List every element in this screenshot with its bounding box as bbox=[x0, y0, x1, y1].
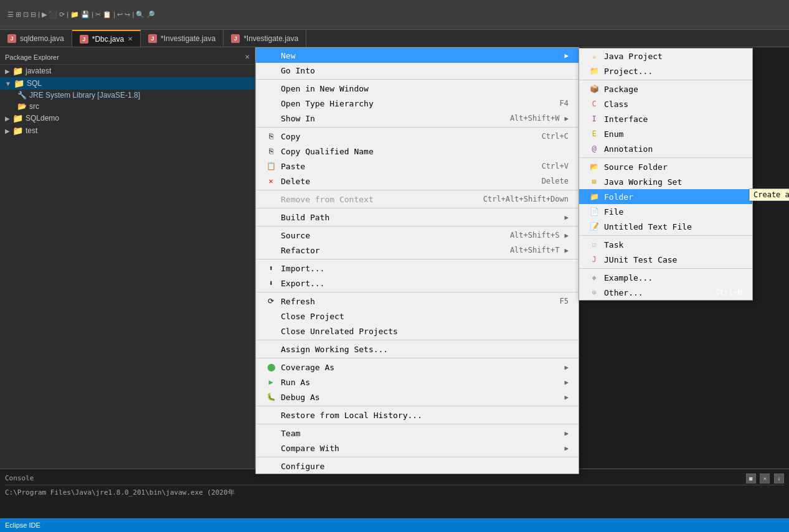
source-left: Source bbox=[266, 230, 310, 240]
submenu-item-sfolder[interactable]: 📂 Source Folder bbox=[579, 159, 752, 174]
tab-investigate2[interactable]: J *Investigate.java bbox=[224, 30, 306, 47]
menu-item-openwindow[interactable]: Open in New Window bbox=[256, 81, 579, 96]
submenu-item-javaproject[interactable]: ☕ Java Project bbox=[579, 49, 752, 63]
submenu-sep-2 bbox=[579, 157, 752, 158]
wset-icon: ⊞ bbox=[589, 177, 599, 187]
submenu-item-interface[interactable]: I Interface bbox=[579, 111, 752, 126]
submenu-item-file[interactable]: 📄 File bbox=[579, 204, 752, 219]
submenu-label-other: Other... bbox=[604, 288, 643, 297]
source-arrow: ▶ bbox=[564, 231, 569, 240]
submenu-item-example[interactable]: ◆ Example... bbox=[579, 270, 752, 285]
submenu-item-project[interactable]: 📁 Project... bbox=[579, 63, 752, 78]
menu-label-team: Team bbox=[281, 429, 300, 438]
submenu-item-class[interactable]: C Class bbox=[579, 96, 752, 111]
menu-item-team[interactable]: Team ▶ bbox=[256, 426, 579, 441]
tree-item-jre[interactable]: 🔧 JRE System Library [JavaSE-1.8] bbox=[0, 90, 255, 101]
submenu-label-enum: Enum bbox=[604, 129, 623, 139]
submenu-label-class: Class bbox=[604, 100, 628, 109]
tree-item-javatest[interactable]: ▶ 📁 javatest bbox=[0, 65, 255, 77]
submenu-sfolder-left: 📂 Source Folder bbox=[589, 162, 668, 172]
menu-item-new[interactable]: New ▶ ☕ Java Project 📁 Project... bbox=[256, 48, 579, 63]
new-submenu-arrow: ▶ bbox=[564, 52, 569, 60]
submenu-project-left: 📁 Project... bbox=[589, 66, 653, 76]
menu-label-copy: Copy bbox=[281, 132, 300, 141]
tab-investigate1[interactable]: J *Investigate.java bbox=[141, 30, 224, 47]
submenu-item-wset[interactable]: ⊞ Java Working Set bbox=[579, 174, 752, 189]
submenu-item-enum[interactable]: E Enum bbox=[579, 126, 752, 141]
debugas-arrow: ▶ bbox=[564, 393, 569, 401]
editor-area: // Java source code public class Dbc { p… bbox=[255, 47, 789, 532]
menu-item-paste[interactable]: 📋 Paste Ctrl+V bbox=[256, 159, 579, 174]
tree-label-src: src bbox=[29, 102, 39, 111]
menu-item-buildpath[interactable]: Build Path ▶ bbox=[256, 210, 579, 225]
class-icon: C bbox=[589, 99, 599, 109]
menu-label-source: Source bbox=[281, 231, 310, 240]
folder-icon-menu: 📁 bbox=[589, 192, 599, 202]
console-clear-btn[interactable]: ✕ bbox=[760, 474, 770, 483]
delete-icon: ✕ bbox=[266, 176, 276, 186]
menu-item-delete[interactable]: ✕ Delete Delete bbox=[256, 174, 579, 189]
runas-left: ▶ Run As bbox=[266, 377, 310, 387]
menu-item-closeproject[interactable]: Close Project bbox=[256, 309, 579, 324]
menu-item-refresh[interactable]: ⟳ Refresh F5 bbox=[256, 294, 579, 309]
menu-item-configure[interactable]: Configure bbox=[256, 459, 579, 474]
interface-icon: I bbox=[589, 114, 599, 124]
copy-icon: ⎘ bbox=[266, 131, 276, 141]
menu-item-import[interactable]: ⬆ Import... bbox=[256, 261, 579, 276]
tree-item-sqldemo[interactable]: ▶ 📁 SQLdemo bbox=[0, 112, 255, 124]
openwindow-icon bbox=[266, 83, 276, 93]
menu-item-closeunrelated[interactable]: Close Unrelated Projects bbox=[256, 324, 579, 338]
submenu-item-folder[interactable]: 📁 Folder bbox=[579, 189, 752, 204]
lib-icon-jre: 🔧 bbox=[17, 91, 27, 100]
console-scroll-btn[interactable]: ↓ bbox=[774, 474, 784, 483]
menu-item-copy[interactable]: ⎘ Copy Ctrl+C bbox=[256, 129, 579, 144]
closeproject-left: Close Project bbox=[266, 311, 344, 321]
console-stop-btn[interactable]: ■ bbox=[746, 474, 756, 483]
tab-close-dbc[interactable]: ✕ bbox=[128, 35, 133, 42]
menu-item-debugas[interactable]: 🐛 Debug As ▶ bbox=[256, 390, 579, 404]
menu-label-delete: Delete bbox=[281, 177, 310, 186]
sep-5 bbox=[256, 226, 579, 226]
tab-dbc[interactable]: J *Dbc.java ✕ bbox=[72, 30, 141, 47]
console-controls: ■ ✕ ↓ bbox=[746, 474, 784, 483]
submenu-package-left: 📦 Package bbox=[589, 84, 638, 94]
menu-item-restore[interactable]: Restore from Local History... bbox=[256, 408, 579, 422]
refresh-icon: ⟳ bbox=[266, 296, 276, 306]
submenu-item-other[interactable]: ⊕ Other... Ctrl+N bbox=[579, 285, 752, 300]
sidebar-close-icon[interactable]: ✕ bbox=[245, 54, 250, 60]
menu-item-export[interactable]: ⬇ Export... bbox=[256, 276, 579, 291]
menu-item-compare[interactable]: Compare With ▶ bbox=[256, 441, 579, 455]
submenu-item-task[interactable]: ☑ Task bbox=[579, 237, 752, 252]
menu-item-gointo[interactable]: Go Into bbox=[256, 63, 579, 78]
menu-item-refactor[interactable]: Refactor Alt+Shift+T ▶ bbox=[256, 243, 579, 258]
sep-6 bbox=[256, 259, 579, 259]
tree-item-sql[interactable]: ▼ 📁 SQL bbox=[0, 77, 255, 90]
menu-label-coverageas: Coverage As bbox=[281, 363, 334, 372]
submenu-item-junit[interactable]: J JUnit Test Case bbox=[579, 252, 752, 267]
showin-icon bbox=[266, 113, 276, 123]
submenu-item-untitled[interactable]: 📝 Untitled Text File bbox=[579, 219, 752, 234]
debug-icon: 🐛 bbox=[266, 392, 276, 402]
team-icon bbox=[266, 428, 276, 438]
menu-item-runas[interactable]: ▶ Run As ▶ bbox=[256, 375, 579, 390]
menu-item-assignworkingsets[interactable]: Assign Working Sets... bbox=[256, 342, 579, 357]
menu-item-typehierarchy[interactable]: Open Type Hierarchy F4 bbox=[256, 96, 579, 111]
menu-label-refactor: Refactor bbox=[281, 246, 320, 255]
tab-label-inv1: *Investigate.java bbox=[161, 34, 215, 43]
tree-item-src[interactable]: 📂 src bbox=[0, 101, 255, 112]
statusbar: Eclipse IDE bbox=[0, 518, 789, 532]
tab-sqldemo[interactable]: J sqldemo.java bbox=[0, 30, 72, 47]
submenu-label-sfolder: Source Folder bbox=[604, 162, 668, 172]
project-icon: 📁 bbox=[589, 66, 599, 76]
gointo-left: Go Into bbox=[266, 65, 315, 75]
submenu-item-annotation[interactable]: @ Annotation bbox=[579, 141, 752, 156]
submenu-untitled-left: 📝 Untitled Text File bbox=[589, 222, 692, 231]
submenu-file-left: 📄 File bbox=[589, 207, 623, 217]
submenu-item-package[interactable]: 📦 Package bbox=[579, 82, 752, 96]
menu-item-showin[interactable]: Show In Alt+Shift+W ▶ bbox=[256, 111, 579, 126]
coverageas-left: ⬤ Coverage As bbox=[266, 362, 334, 372]
menu-item-coverageas[interactable]: ⬤ Coverage As ▶ bbox=[256, 360, 579, 375]
menu-item-source[interactable]: Source Alt+Shift+S ▶ bbox=[256, 228, 579, 243]
tree-item-test[interactable]: ▶ 📁 test bbox=[0, 124, 255, 137]
menu-item-copyqualified[interactable]: ⎘ Copy Qualified Name bbox=[256, 144, 579, 159]
